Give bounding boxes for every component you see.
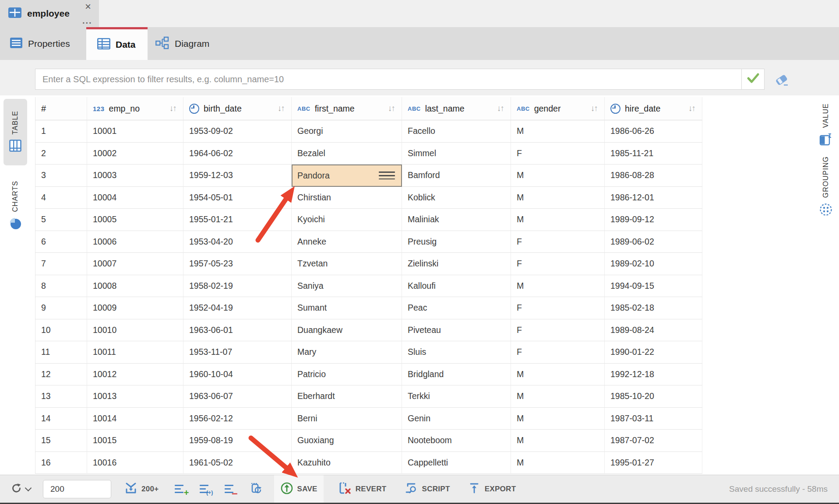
table-cell[interactable]: 12 [35, 364, 87, 386]
table-cell[interactable]: Nooteboom [402, 430, 511, 452]
table-cell[interactable]: 10001 [87, 120, 183, 143]
table-cell[interactable]: 11 [35, 341, 87, 364]
table-cell[interactable]: Simmel [402, 143, 511, 165]
table-cell[interactable]: 3 [35, 164, 87, 187]
duplicate-row-button[interactable]: (+) [200, 484, 212, 494]
table-cell[interactable]: Duangkaew [292, 319, 402, 342]
table-cell[interactable]: 1992-12-18 [605, 364, 702, 386]
cell-menu-icon[interactable] [379, 172, 395, 179]
table-cell[interactable]: Sluis [402, 341, 511, 364]
table-cell[interactable]: 6 [35, 231, 87, 253]
table-cell[interactable]: 10009 [87, 297, 183, 319]
table-cell[interactable]: Kalloufi [402, 275, 511, 298]
apply-filter-button[interactable] [742, 69, 765, 90]
add-row-button[interactable]: + [175, 484, 187, 494]
table-cell[interactable]: 1964-06-02 [183, 143, 292, 165]
table-cell[interactable]: Kazuhito [292, 452, 402, 474]
table-cell[interactable]: 1995-01-27 [605, 452, 702, 474]
table-cell[interactable]: 10004 [87, 187, 183, 209]
clear-filter-button[interactable] [774, 72, 789, 87]
table-cell[interactable]: 10016 [87, 452, 183, 474]
table-cell[interactable]: 1961-05-02 [183, 452, 292, 474]
table-cell[interactable]: Zielinski [402, 253, 511, 275]
table-cell[interactable]: Anneke [292, 231, 402, 253]
table-cell[interactable]: Saniya [292, 275, 402, 298]
table-cell[interactable]: 8 [35, 275, 87, 298]
table-cell[interactable]: Bezalel [292, 143, 402, 165]
fetch-next-page-button[interactable]: 200+ [124, 482, 159, 496]
table-cell[interactable]: F [511, 253, 605, 275]
table-cell[interactable]: 10015 [87, 430, 183, 452]
table-cell[interactable]: 1987-03-11 [605, 408, 702, 430]
column-header-birth_date[interactable]: birth_date↓↑ [183, 97, 292, 120]
fetch-size-input[interactable] [43, 480, 111, 498]
panel-tab-value[interactable]: VALUE [815, 100, 836, 151]
sort-icon[interactable]: ↓↑ [388, 104, 395, 113]
table-cell[interactable]: 16 [35, 452, 87, 474]
table-cell[interactable]: 4 [35, 187, 87, 209]
table-cell[interactable]: 10002 [87, 143, 183, 165]
table-cell[interactable]: 2 [35, 143, 87, 165]
table-cell[interactable]: 1990-01-22 [605, 341, 702, 364]
refresh-button[interactable] [11, 482, 31, 496]
chevron-down-icon[interactable] [25, 485, 32, 492]
table-cell[interactable]: F [511, 319, 605, 342]
table-cell[interactable]: 1985-11-21 [605, 143, 702, 165]
table-cell[interactable]: 1953-11-07 [183, 341, 292, 364]
sort-icon[interactable]: ↓↑ [688, 104, 695, 113]
table-cell[interactable]: M [511, 364, 605, 386]
table-cell[interactable]: 10011 [87, 341, 183, 364]
sort-icon[interactable]: ↓↑ [497, 104, 504, 113]
tab-diagram[interactable]: Diagram [148, 27, 231, 60]
column-header-last_name[interactable]: ABClast_name↓↑ [402, 97, 511, 120]
selected-cell[interactable]: Pandora [292, 164, 402, 187]
panel-tab-grouping[interactable]: GROUPING [815, 149, 836, 225]
table-cell[interactable]: 1959-08-19 [183, 430, 292, 452]
table-cell[interactable]: Peac [402, 297, 511, 319]
script-button[interactable]: SCRIPT [404, 481, 450, 497]
delete-row-button[interactable]: – [225, 484, 236, 494]
table-cell[interactable]: 1953-09-02 [183, 120, 292, 143]
table-cell[interactable]: 1985-02-18 [605, 297, 702, 319]
table-cell[interactable]: Cappelletti [402, 452, 511, 474]
refresh-grid-button[interactable] [250, 482, 263, 497]
table-cell[interactable]: 10 [35, 319, 87, 342]
table-cell[interactable]: 1986-08-28 [605, 164, 702, 187]
table-cell[interactable]: 1956-02-12 [183, 408, 292, 430]
table-cell[interactable]: 1 [35, 120, 87, 143]
table-cell[interactable]: 10003 [87, 164, 183, 187]
table-cell[interactable]: 1958-02-19 [183, 275, 292, 298]
table-cell[interactable]: 1986-06-26 [605, 120, 702, 143]
table-cell[interactable]: Berni [292, 408, 402, 430]
table-cell[interactable]: 5 [35, 209, 87, 231]
sort-icon[interactable]: ↓↑ [278, 104, 284, 113]
table-cell[interactable]: 1989-08-24 [605, 319, 702, 342]
table-cell[interactable]: Facello [402, 120, 511, 143]
sort-icon[interactable]: ↓↑ [591, 104, 597, 113]
revert-button[interactable]: REVERT [338, 481, 387, 497]
table-cell[interactable]: 10005 [87, 209, 183, 231]
table-cell[interactable]: 1963-06-07 [183, 385, 292, 408]
table-cell[interactable]: 1957-05-23 [183, 253, 292, 275]
table-cell[interactable]: 10008 [87, 275, 183, 298]
close-tab-icon[interactable]: × [82, 1, 94, 12]
table-cell[interactable]: Maliniak [402, 209, 511, 231]
table-cell[interactable]: Sumant [292, 297, 402, 319]
table-cell[interactable]: 10006 [87, 231, 183, 253]
table-cell[interactable]: 1953-04-20 [183, 231, 292, 253]
table-cell[interactable]: 1959-12-03 [183, 164, 292, 187]
table-cell[interactable]: 14 [35, 408, 87, 430]
table-cell[interactable]: F [511, 341, 605, 364]
table-cell[interactable]: 1955-01-21 [183, 209, 292, 231]
table-cell[interactable]: 10010 [87, 319, 183, 342]
column-header-hire_date[interactable]: hire_date↓↑ [605, 97, 702, 120]
column-header-emp_no[interactable]: 123emp_no↓↑ [87, 97, 183, 120]
table-cell[interactable]: Tzvetan [292, 253, 402, 275]
table-cell[interactable]: M [511, 120, 605, 143]
tab-properties[interactable]: Properties [0, 27, 86, 60]
table-cell[interactable]: Piveteau [402, 319, 511, 342]
table-cell[interactable]: 1960-10-04 [183, 364, 292, 386]
table-cell[interactable]: Chirstian [292, 187, 402, 209]
table-cell[interactable]: 9 [35, 297, 87, 319]
table-cell[interactable]: 7 [35, 253, 87, 275]
